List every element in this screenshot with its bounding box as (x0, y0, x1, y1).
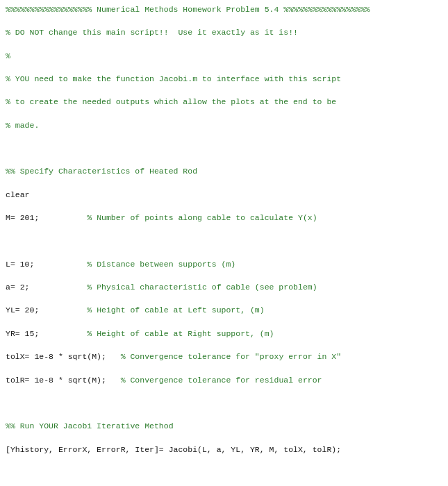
line-15: tolX= 1e-8 * sqrt(M); % Convergence tole… (6, 351, 442, 363)
line-18: %% Run YOUR Jacobi Iterative Method (6, 421, 442, 433)
line-3: % YOU need to make the function Jacobi.m… (6, 74, 442, 85)
line-14: YR= 15; % Height of cable at Right suppo… (6, 328, 442, 340)
line-0: %%%%%%%%%%%%%%%%%% Numerical Methods Hom… (6, 4, 442, 16)
line-13: YL= 20; % Height of cable at Left suport… (6, 305, 442, 317)
line-5: % made. (6, 120, 442, 132)
line-9: M= 201; % Number of points along cable t… (6, 212, 442, 224)
line-19: [Yhistory, ErrorX, ErrorR, Iter]= Jacobi… (6, 444, 442, 456)
line-1: % DO NOT change this main script!! Use i… (6, 27, 442, 39)
line-10 (6, 235, 442, 247)
line-11: L= 10; % Distance between supports (m) (6, 259, 442, 271)
line-6 (6, 143, 442, 155)
line-4: % to create the needed outputs which all… (6, 97, 442, 108)
code-editor: %%%%%%%%%%%%%%%%%% Numerical Methods Hom… (0, 0, 448, 486)
line-7: %% Specify Characteristics of Heated Rod (6, 166, 442, 178)
line-20 (6, 467, 442, 479)
line-8: clear (6, 190, 442, 201)
line-12: a= 2; % Physical characteristic of cable… (6, 282, 442, 294)
line-2: % (6, 51, 442, 62)
line-17 (6, 398, 442, 410)
line-16: tolR= 1e-8 * sqrt(M); % Convergence tole… (6, 375, 442, 387)
